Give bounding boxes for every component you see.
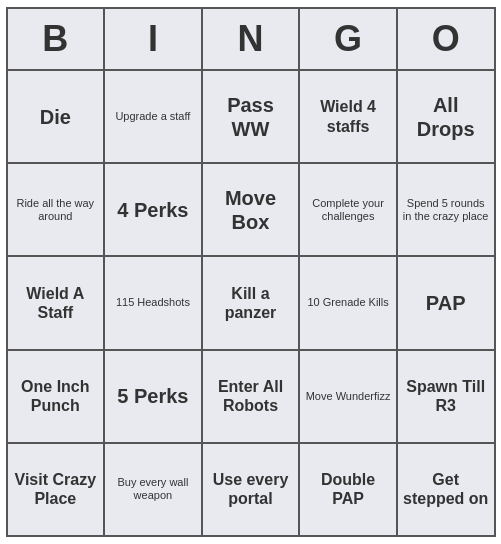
bingo-cell-0-1[interactable]: Upgrade a staff <box>105 71 203 162</box>
bingo-cell-4-4[interactable]: Get stepped on <box>398 444 494 535</box>
bingo-cell-1-1[interactable]: 4 Perks <box>105 164 203 255</box>
bingo-cell-4-0[interactable]: Visit Crazy Place <box>8 444 106 535</box>
bingo-row-4: Visit Crazy PlaceBuy every wall weaponUs… <box>8 444 494 535</box>
bingo-cell-2-2[interactable]: Kill a panzer <box>203 257 301 348</box>
bingo-cell-1-4[interactable]: Spend 5 rounds in the crazy place <box>398 164 494 255</box>
bingo-cell-4-1[interactable]: Buy every wall weapon <box>105 444 203 535</box>
bingo-cell-3-3[interactable]: Move Wunderfizz <box>300 351 398 442</box>
header-cell-g: G <box>300 9 398 69</box>
bingo-cell-2-4[interactable]: PAP <box>398 257 494 348</box>
header-cell-n: N <box>203 9 301 69</box>
bingo-cell-1-3[interactable]: Complete your challenges <box>300 164 398 255</box>
header-cell-b: B <box>8 9 106 69</box>
bingo-cell-2-0[interactable]: Wield A Staff <box>8 257 106 348</box>
bingo-cell-4-2[interactable]: Use every portal <box>203 444 301 535</box>
bingo-cell-3-4[interactable]: Spawn Till R3 <box>398 351 494 442</box>
bingo-cell-4-3[interactable]: Double PAP <box>300 444 398 535</box>
bingo-card: BINGO DieUpgrade a staffPass WWWield 4 s… <box>6 7 496 537</box>
bingo-row-0: DieUpgrade a staffPass WWWield 4 staffsA… <box>8 71 494 164</box>
bingo-row-3: One Inch Punch5 PerksEnter All RobotsMov… <box>8 351 494 444</box>
bingo-cell-1-0[interactable]: Ride all the way around <box>8 164 106 255</box>
bingo-cell-0-4[interactable]: All Drops <box>398 71 494 162</box>
header-cell-i: I <box>105 9 203 69</box>
bingo-cell-2-1[interactable]: 115 Headshots <box>105 257 203 348</box>
bingo-cell-1-2[interactable]: Move Box <box>203 164 301 255</box>
bingo-cell-2-3[interactable]: 10 Grenade Kills <box>300 257 398 348</box>
bingo-header: BINGO <box>8 9 494 71</box>
bingo-row-1: Ride all the way around4 PerksMove BoxCo… <box>8 164 494 257</box>
header-cell-o: O <box>398 9 494 69</box>
bingo-cell-0-0[interactable]: Die <box>8 71 106 162</box>
bingo-row-2: Wield A Staff115 HeadshotsKill a panzer1… <box>8 257 494 350</box>
bingo-cell-3-2[interactable]: Enter All Robots <box>203 351 301 442</box>
bingo-body: DieUpgrade a staffPass WWWield 4 staffsA… <box>8 71 494 535</box>
bingo-cell-3-0[interactable]: One Inch Punch <box>8 351 106 442</box>
bingo-cell-0-2[interactable]: Pass WW <box>203 71 301 162</box>
bingo-cell-0-3[interactable]: Wield 4 staffs <box>300 71 398 162</box>
bingo-cell-3-1[interactable]: 5 Perks <box>105 351 203 442</box>
